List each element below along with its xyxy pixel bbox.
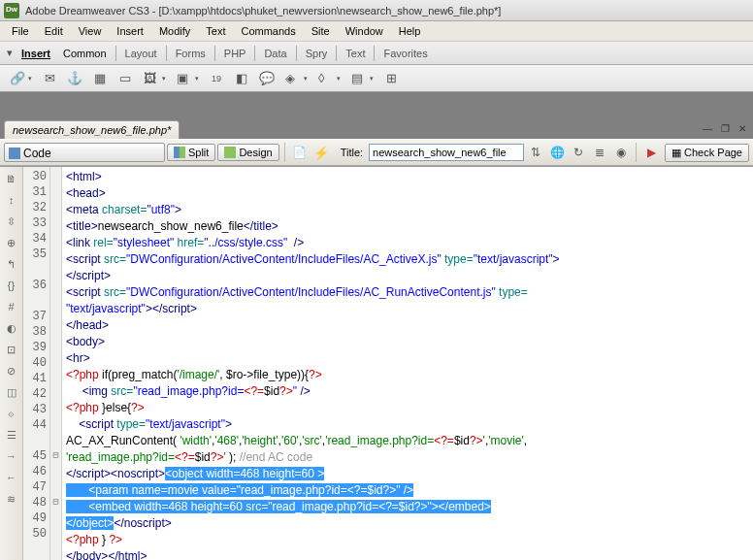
syntax-coloring-icon[interactable]: ⊡ — [4, 342, 19, 357]
menu-modify[interactable]: Modify — [151, 23, 198, 39]
separator — [374, 46, 375, 61]
outdent-icon[interactable]: ← — [4, 470, 19, 485]
insert-tab-favorites[interactable]: Favorites — [376, 45, 434, 62]
date-icon[interactable]: 19 — [206, 68, 227, 89]
insert-tab-common[interactable]: Common — [56, 45, 114, 62]
design-view-button[interactable]: Design — [217, 144, 278, 161]
balance-braces-icon[interactable]: {} — [4, 278, 19, 293]
menu-site[interactable]: Site — [304, 23, 338, 39]
collapse-full-tag-icon[interactable]: ↕ — [4, 192, 19, 208]
expand-all-icon[interactable]: ⊕ — [4, 235, 19, 250]
separator — [115, 46, 116, 61]
menu-edit[interactable]: Edit — [37, 23, 71, 39]
insert-tab-php[interactable]: PHP — [217, 45, 253, 62]
insert-icon-bar: 🔗 ✉ ⚓ ▦ ▭ 🖼 ▣ 19 ◧ 💬 ◈ ◊ ▤ ⊞ — [0, 65, 753, 92]
separator — [254, 46, 255, 61]
fold-column[interactable]: ⊟ ⊟ — [50, 167, 62, 560]
live-data-icon[interactable]: ⚡ — [311, 143, 331, 162]
document-tab-area: newsearch_show_new6_file.php* — ❐ ✕ — [0, 115, 753, 139]
apply-comment-icon[interactable]: ⊘ — [4, 363, 19, 379]
check-page-label: Check Page — [684, 147, 742, 158]
dreamweaver-icon — [4, 3, 19, 18]
window-title: Adobe Dreamweaver CS3 - [D:\xampp\htdocs… — [25, 5, 501, 16]
line-numbers-icon[interactable]: # — [4, 299, 19, 314]
preview-browser-icon[interactable]: 🌐 — [547, 143, 567, 162]
code-view-label: Code — [23, 146, 51, 161]
code-view-icon — [9, 148, 20, 159]
close-icon[interactable]: ✕ — [736, 123, 749, 137]
menu-file[interactable]: File — [4, 23, 37, 39]
document-window-controls: — ❐ ✕ — [701, 123, 749, 139]
split-view-button[interactable]: Split — [167, 144, 215, 161]
select-parent-tag-icon[interactable]: ↰ — [4, 256, 19, 272]
named-anchor-icon[interactable]: ⚓ — [64, 68, 85, 89]
images-icon[interactable]: 🖼 — [140, 68, 169, 89]
separator — [284, 143, 285, 162]
open-documents-icon[interactable]: 🗎 — [4, 171, 19, 186]
document-tab[interactable]: newsearch_show_new6_file.php* — [4, 120, 180, 139]
minimize-icon[interactable]: — — [701, 123, 714, 137]
remove-comment-icon[interactable]: ◫ — [4, 384, 19, 400]
title-input[interactable] — [369, 144, 524, 161]
visual-aids-icon[interactable]: ◉ — [611, 143, 631, 162]
head-icon[interactable]: ◈ — [281, 68, 311, 89]
coding-toolbar: 🗎 ↕ ⇳ ⊕ ↰ {} # ◐ ⊡ ⊘ ◫ ⟐ ☰ → ← ≋ — [0, 167, 23, 560]
menu-window[interactable]: Window — [338, 23, 391, 39]
insert-tab-forms[interactable]: Forms — [169, 45, 213, 62]
insert-tab-layout[interactable]: Layout — [118, 45, 164, 62]
insert-expand-icon[interactable]: ▾ — [4, 47, 16, 59]
tag-chooser-icon[interactable]: ⊞ — [380, 68, 402, 89]
wrap-tag-icon[interactable]: ⟐ — [4, 406, 19, 421]
table-icon[interactable]: ▦ — [89, 68, 111, 89]
server-side-include-icon[interactable]: ◧ — [231, 68, 252, 89]
check-page-icon: ▦ — [671, 147, 681, 159]
restore-icon[interactable]: ❐ — [718, 123, 732, 137]
document-toolbar: Code Split Design 📄 ⚡ Title: ⇅ 🌐 ↻ ≣ ◉ ▶… — [0, 139, 753, 166]
separator — [214, 46, 215, 61]
split-view-label: Split — [188, 147, 209, 158]
hyperlink-icon[interactable]: 🔗 — [6, 68, 35, 89]
check-page-button[interactable]: ▦ Check Page — [665, 144, 749, 162]
media-icon[interactable]: ▣ — [173, 68, 202, 89]
editor-area: 🗎 ↕ ⇳ ⊕ ↰ {} # ◐ ⊡ ⊘ ◫ ⟐ ☰ → ← ≋ 3031323… — [0, 166, 753, 560]
design-view-icon — [224, 147, 236, 158]
code-editor[interactable]: <html> <head> <meta charset="utf8"> <tit… — [62, 167, 753, 560]
title-bar: Adobe Dreamweaver CS3 - [D:\xampp\htdocs… — [0, 0, 753, 21]
insert-tab-spry[interactable]: Spry — [299, 45, 335, 62]
comment-icon[interactable]: 💬 — [256, 68, 278, 89]
menu-text[interactable]: Text — [198, 23, 233, 39]
separator — [336, 46, 337, 61]
insert-panel-bar: ▾ Insert Common Layout Forms PHP Data Sp… — [0, 42, 753, 65]
insert-label[interactable]: Insert — [16, 48, 56, 59]
format-source-icon[interactable]: ≋ — [4, 491, 19, 507]
menu-view[interactable]: View — [71, 23, 110, 39]
separator — [636, 143, 637, 162]
recent-snippets-icon[interactable]: ☰ — [4, 427, 19, 443]
separator — [166, 46, 167, 61]
code-area[interactable]: 303132333435 36 3738394041424344 4546474… — [23, 167, 753, 560]
line-numbers: 303132333435 36 3738394041424344 4546474… — [23, 167, 50, 560]
templates-icon[interactable]: ▤ — [347, 68, 376, 89]
panel-spacer — [0, 92, 753, 115]
view-options-icon[interactable]: ≣ — [590, 143, 609, 162]
collapse-selection-icon[interactable]: ⇳ — [4, 214, 19, 229]
title-label: Title: — [341, 147, 363, 158]
indent-icon[interactable]: → — [4, 448, 19, 464]
file-management-icon[interactable]: ⇅ — [526, 143, 545, 162]
design-view-label: Design — [239, 147, 272, 158]
email-link-icon[interactable]: ✉ — [39, 68, 60, 89]
insert-tab-data[interactable]: Data — [257, 45, 293, 62]
menu-bar: File Edit View Insert Modify Text Comman… — [0, 21, 753, 42]
highlight-invalid-icon[interactable]: ◐ — [4, 320, 19, 336]
validate-icon[interactable]: ▶ — [641, 143, 661, 162]
server-debug-icon[interactable]: 📄 — [290, 143, 310, 162]
menu-commands[interactable]: Commands — [233, 23, 303, 39]
insert-tab-text[interactable]: Text — [339, 45, 372, 62]
split-view-icon — [174, 147, 185, 158]
script-icon[interactable]: ◊ — [314, 68, 344, 89]
code-view-button[interactable]: Code — [4, 143, 165, 162]
menu-insert[interactable]: Insert — [109, 23, 151, 39]
menu-help[interactable]: Help — [391, 23, 429, 39]
div-icon[interactable]: ▭ — [115, 68, 136, 89]
refresh-icon[interactable]: ↻ — [569, 143, 588, 162]
